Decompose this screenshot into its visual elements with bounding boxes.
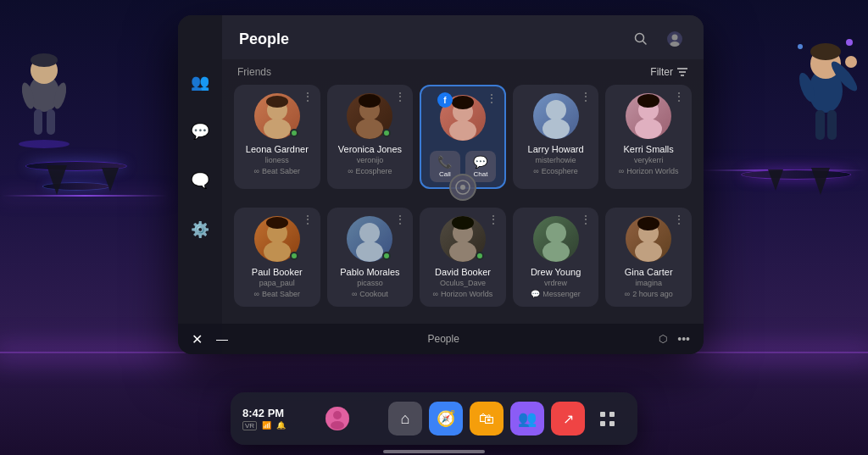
svg-point-17 [846,39,853,46]
avatar-character-left [13,47,76,160]
friend-name-david: David Booker [426,267,499,277]
friend-activity-paul: ∞ Beat Saber [254,290,300,298]
glow-line-left [0,195,170,197]
avatar-container-larry [533,93,579,139]
svg-point-37 [546,100,566,120]
call-icon: 📞 [437,155,452,169]
close-button[interactable]: ✕ [192,331,203,347]
sidebar: 👥 💬 🗨️ ⚙️ [178,15,222,354]
svg-point-2 [31,53,58,67]
avatar-container-pablo [347,216,392,262]
filter-row: Friends Filter [234,66,692,78]
friend-activity-larry: ∞ Ecosphere [533,167,577,175]
friend-username-david: Oculus_Dave [440,279,486,287]
content-area: Friends Filter ⋮ [222,58,704,354]
friend-username-veronica: veronijo [357,156,384,164]
share-button[interactable]: ↗ [551,402,585,436]
search-button[interactable] [629,27,653,51]
filter-button[interactable]: Filter [650,66,688,78]
friend-card-pablo[interactable]: ⋮ Pablo Morales picasso ∞ Cookout [327,208,414,307]
user-avatar[interactable] [326,407,349,430]
grid-button[interactable] [592,402,626,436]
friend-activity-david: ∞ Horizon Worlds [433,290,493,298]
sidebar-item-settings[interactable]: ⚙️ [184,214,216,246]
card-menu-drew[interactable]: ⋮ [580,213,592,226]
friend-activity-kerri: ∞ Horizon Worlds [619,167,679,175]
friend-username-drew: vrdrew [544,279,567,287]
card-menu-kerri[interactable]: ⋮ [673,90,685,103]
avatar-container-paul [254,216,300,262]
more-button[interactable]: ••• [677,332,690,346]
avatar-container-leona [254,93,300,139]
sidebar-item-messenger[interactable]: 💬 [184,115,216,147]
store-button[interactable]: 🛍 [470,402,504,436]
avatar-container-selected: f [440,95,486,141]
avatar-container-david [440,216,486,262]
svg-point-54 [637,217,659,230]
online-indicator-pablo [382,252,391,260]
svg-rect-5 [34,109,42,135]
svg-point-13 [845,56,857,68]
friend-username-pablo: picasso [357,279,383,287]
online-indicator-leona [290,129,298,137]
svg-point-46 [356,241,383,262]
friend-card-drew[interactable]: ⋮ Drew Young vrdrew 💬 Messenger [513,208,599,307]
friend-card-paul[interactable]: ⋮ Paul Booker papa_paul ∞ Beat Saber [234,208,320,307]
friend-card-david[interactable]: ⋮ David Booker Oculus_Dave ∞ Horizon Wor… [420,208,506,307]
notification-indicator: 🔔 [276,421,286,430]
minimize-button[interactable]: — [216,332,228,346]
cone-2 [102,168,119,191]
sidebar-item-people[interactable]: 👥 [184,66,216,98]
friend-card-kerri[interactable]: ⋮ Kerri Smalls verykerri ∞ Horizon World… [605,85,692,189]
card-menu-veronica[interactable]: ⋮ [394,90,406,103]
selection-indicator [449,174,476,201]
svg-point-58 [331,421,344,430]
online-indicator-paul [290,252,298,260]
explore-button[interactable]: 🧭 [429,402,463,436]
svg-point-22 [670,42,680,47]
svg-rect-6 [47,109,55,135]
people-button[interactable]: 👥 [510,402,544,436]
friend-activity-gina: ∞ 2 hours ago [625,290,673,298]
friend-card-gina[interactable]: ⋮ Gina Carter imagina ∞ 2 hours ago [605,208,692,307]
card-menu-larry[interactable]: ⋮ [580,90,592,103]
avatar-container-drew [533,216,579,262]
friends-grid: ⋮ Leona Gardner lioness ∞ Beat Saber ⋮ [234,85,692,307]
friend-card-leona[interactable]: ⋮ Leona Gardner lioness ∞ Beat Saber [234,85,320,189]
friend-card-larry[interactable]: ⋮ Larry Howard misterhowie ∞ Ecosphere [513,85,599,189]
card-menu-selected[interactable]: ⋮ [486,92,498,105]
friend-activity-veronica: ∞ Ecosphere [348,167,392,175]
friend-username-gina: imagina [635,279,662,287]
avatar-container-kerri [626,93,671,139]
svg-point-38 [542,119,570,139]
friend-username-kerri: verykerri [634,156,664,164]
svg-point-57 [333,411,342,419]
card-menu-pablo[interactable]: ⋮ [394,213,406,226]
card-menu-paul[interactable]: ⋮ [302,213,314,226]
window-title: People [239,31,289,48]
cone-4 [768,169,783,191]
friend-card-veronica[interactable]: ⋮ Veronica Jones veronijo ∞ Ecosphere [327,85,414,189]
bottom-handle [383,450,485,453]
svg-point-36 [460,185,465,190]
svg-point-27 [264,119,291,139]
window-header: People [222,15,704,59]
wifi-indicator: 📶 [262,421,271,430]
card-menu-david[interactable]: ⋮ [487,213,499,226]
card-menu-leona[interactable]: ⋮ [302,90,314,103]
friend-card-selected[interactable]: ⋮ f 📞 Call 💬 Chat [420,85,506,189]
chat-icon: 💬 [473,155,487,169]
friend-username-leona: lioness [265,156,289,164]
cast-button[interactable]: ⬡ [659,333,667,345]
avatar-container-veronica [347,93,392,139]
home-button[interactable]: ⌂ [388,402,422,436]
avatar-kerri [626,93,671,139]
friend-name-larry: Larry Howard [520,144,593,154]
card-menu-gina[interactable]: ⋮ [673,213,685,226]
profile-button[interactable] [663,27,687,51]
friends-section-label: Friends [237,66,271,78]
people-window: 👥 💬 🗨️ ⚙️ People [178,15,704,354]
avatar-character-right [792,30,860,160]
sidebar-item-chat[interactable]: 🗨️ [184,164,216,197]
window-taskbar: ✕ — People ⬡ ••• [178,324,704,354]
